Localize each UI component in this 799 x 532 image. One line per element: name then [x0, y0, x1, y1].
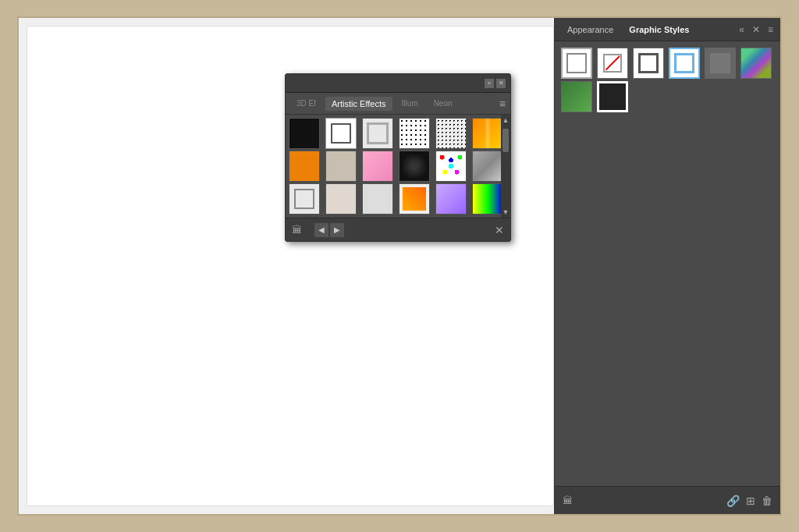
gs-close-button[interactable]: ✕ [750, 23, 762, 36]
prev-button[interactable]: ◀ [314, 223, 328, 237]
gs-style-outlined[interactable] [633, 48, 664, 79]
gs-new-button[interactable]: ⊞ [746, 495, 755, 507]
thumb-4[interactable] [399, 118, 430, 149]
canvas-area: FANCY TEXT « ✕ 3D Ef Artistic Effects Il… [27, 26, 554, 506]
scroll-up-arrow[interactable]: ▲ [502, 115, 510, 126]
tab-artistic-effects[interactable]: Artistic Effects [325, 97, 392, 111]
artistic-effects-panel: « ✕ 3D Ef Artistic Effects Illum Neon ≡ [285, 73, 511, 242]
graphic-styles-body [555, 119, 780, 486]
artistic-panel-tabs: 3D Ef Artistic Effects Illum Neon ≡ [286, 93, 510, 115]
gs-style-default[interactable] [561, 48, 592, 79]
thumb-15[interactable] [362, 183, 393, 215]
thumb-12[interactable] [472, 151, 503, 182]
gs-style-dark-selected[interactable] [597, 81, 628, 112]
gs-footer-actions: 🔗 ⊞ 🗑 [726, 495, 772, 507]
gs-delete-button[interactable]: 🗑 [762, 495, 772, 507]
graphic-styles-header: Appearance Graphic Styles « ✕ ≡ [555, 18, 780, 41]
gs-style-green[interactable] [561, 81, 592, 112]
app-frame: FANCY TEXT « ✕ 3D Ef Artistic Effects Il… [17, 16, 782, 516]
gs-link-button[interactable]: 🔗 [726, 495, 740, 507]
tab-neon[interactable]: Neon [428, 97, 459, 110]
thumb-2[interactable] [325, 118, 357, 149]
graphic-styles-tabs: Appearance Graphic Styles [559, 22, 737, 37]
thumb-14[interactable] [325, 183, 357, 215]
tab-appearance[interactable]: Appearance [559, 22, 621, 37]
gs-menu-button[interactable]: ≡ [765, 23, 776, 36]
gs-collapse-button[interactable]: « [737, 23, 747, 36]
thumbnails-area: ▲ ▼ [286, 115, 510, 218]
graphic-styles-grid [555, 41, 780, 119]
next-button[interactable]: ▶ [330, 223, 344, 237]
gs-style-dark[interactable] [705, 48, 736, 79]
titlebar-controls: « ✕ [485, 79, 506, 88]
thumb-9[interactable] [362, 151, 393, 182]
tab-illum[interactable]: Illum [396, 97, 424, 110]
thumb-grid [289, 118, 507, 215]
panel-menu-icon[interactable]: ≡ [499, 98, 506, 110]
thumb-17[interactable] [435, 183, 467, 215]
thumb-11[interactable] [435, 151, 467, 182]
thumb-5[interactable] [435, 118, 467, 149]
scroll-bar-v[interactable]: ▲ ▼ [501, 115, 510, 218]
thumb-18[interactable] [472, 183, 503, 215]
thumb-16[interactable] [399, 183, 430, 215]
right-sidebar: Appearance Graphic Styles « ✕ ≡ [554, 18, 780, 514]
scroll-down-arrow[interactable]: ▼ [502, 207, 510, 218]
gs-style-none[interactable] [597, 48, 628, 79]
artistic-panel-footer: 🏛 ◀ ▶ ✕ [286, 218, 510, 241]
collapse-button[interactable]: « [485, 79, 494, 88]
library-icon[interactable]: 🏛 [292, 224, 302, 236]
artistic-panel-titlebar: « ✕ [286, 74, 510, 93]
thumb-6[interactable] [472, 118, 503, 149]
thumb-8[interactable] [325, 151, 357, 182]
thumb-3[interactable] [362, 118, 393, 149]
thumb-1[interactable] [289, 118, 320, 149]
gs-library-icon[interactable]: 🏛 [563, 495, 573, 506]
thumb-7[interactable] [289, 151, 320, 182]
gs-style-pattern[interactable] [740, 48, 772, 79]
thumb-10[interactable] [399, 151, 430, 182]
close-button[interactable]: ✕ [496, 79, 506, 88]
gs-style-blue-border[interactable] [669, 48, 700, 79]
graphic-styles-footer: 🏛 🔗 ⊞ 🗑 [555, 486, 780, 514]
nav-buttons: ◀ ▶ [314, 223, 344, 237]
scroll-thumb[interactable] [502, 129, 509, 152]
delete-icon[interactable]: ✕ [495, 224, 504, 236]
thumb-13[interactable] [289, 183, 320, 215]
tab-graphic-styles[interactable]: Graphic Styles [621, 22, 697, 37]
panel-controls: « ✕ ≡ [737, 23, 776, 36]
tab-3d-effects[interactable]: 3D Ef [290, 97, 322, 110]
